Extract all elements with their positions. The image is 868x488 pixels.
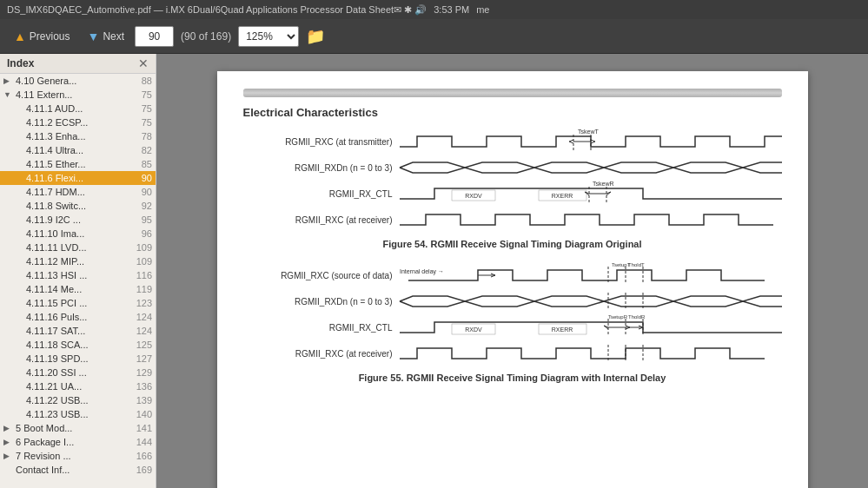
sidebar-item-s24[interactable]: 4.11.22 USB...139 <box>0 393 156 407</box>
sidebar-page-s12: 96 <box>128 228 152 239</box>
signal-wave-5: Internal delay → TsetupT TholdT <box>400 265 782 286</box>
figure-55-diagram: RGMII_RXC (source of data) Internal dela… <box>243 263 782 366</box>
sidebar-page-s17: 123 <box>128 298 152 308</box>
next-icon: ▼ <box>88 30 100 43</box>
sidebar-items: ▶4.10 Genera...88▼4.11 Extern...754.11.1… <box>0 74 156 488</box>
sidebar-item-s27[interactable]: ▶6 Package I...144 <box>0 435 156 449</box>
sidebar-label-s28: 7 Revision ... <box>16 451 128 461</box>
sidebar-label-s25: 4.11.23 USB... <box>26 409 128 419</box>
pdf-page: Electrical Characteristics RGMII_RXC (at… <box>217 71 808 488</box>
sidebar-item-s2[interactable]: ▼4.11 Extern...75 <box>0 88 156 102</box>
svg-text:TholdT: TholdT <box>628 262 645 267</box>
svg-text:TskewR: TskewR <box>593 181 614 187</box>
page-input[interactable] <box>135 26 174 47</box>
sidebar-label-s20: 4.11.18 SCA... <box>26 340 128 350</box>
sidebar-item-s12[interactable]: 4.11.10 Ima...96 <box>0 227 156 241</box>
sidebar-item-s10[interactable]: 4.11.8 Switc...92 <box>0 199 156 213</box>
sidebar-page-s14: 109 <box>128 256 152 267</box>
signal-label-7: RGMII_RX_CTL <box>243 323 400 333</box>
sidebar-page-s23: 136 <box>128 381 152 392</box>
sidebar-item-s9[interactable]: 4.11.7 HDM...90 <box>0 185 156 199</box>
sidebar-label-s23: 4.11.21 UA... <box>26 381 128 392</box>
previous-button[interactable]: ▲ Previous <box>7 26 77 47</box>
sidebar-item-s23[interactable]: 4.11.21 UA...136 <box>0 379 156 393</box>
sidebar-item-s20[interactable]: 4.11.18 SCA...125 <box>0 338 156 352</box>
sidebar-page-s8: 90 <box>128 173 152 183</box>
sidebar-item-s14[interactable]: 4.11.12 MIP...109 <box>0 254 156 268</box>
sidebar-page-s28: 166 <box>128 451 152 461</box>
sidebar-label-s22: 4.11.20 SSI ... <box>26 367 128 378</box>
sidebar-item-s16[interactable]: 4.11.14 Me...119 <box>0 282 156 296</box>
sidebar-page-s22: 129 <box>128 367 152 378</box>
titlebar-system-icons: ✉ ✱ 🔊 <box>394 4 427 16</box>
sidebar-arrow-s28: ▶ <box>3 452 14 460</box>
sidebar-item-s13[interactable]: 4.11.11 LVD...109 <box>0 241 156 254</box>
titlebar-user: me <box>476 4 489 15</box>
svg-text:Internal delay →: Internal delay → <box>400 268 444 275</box>
sidebar-page-s27: 144 <box>128 437 152 447</box>
signal-wave-6 <box>400 291 782 312</box>
sidebar-item-s3[interactable]: 4.11.1 AUD...75 <box>0 102 156 115</box>
sidebar-item-s18[interactable]: 4.11.16 Puls...124 <box>0 310 156 324</box>
sidebar-label-s2: 4.11 Extern... <box>16 89 128 100</box>
sidebar-page-s10: 92 <box>128 201 152 211</box>
sidebar-item-s8[interactable]: 4.11.6 Flexi...90 <box>0 171 156 185</box>
sidebar-item-s22[interactable]: 4.11.20 SSI ...129 <box>0 366 156 379</box>
sidebar-arrow-s27: ▶ <box>3 438 14 446</box>
folder-icon[interactable]: 📁 <box>306 27 325 46</box>
sidebar-item-s6[interactable]: 4.11.4 Ultra...82 <box>0 143 156 157</box>
figure-54-caption: Figure 54. RGMII Receive Signal Timing D… <box>243 239 782 249</box>
previous-label: Previous <box>30 30 70 43</box>
sidebar-label-s15: 4.11.13 HSI ... <box>26 270 128 280</box>
sidebar-item-s28[interactable]: ▶7 Revision ...166 <box>0 449 156 463</box>
sidebar-item-s21[interactable]: 4.11.19 SPD...127 <box>0 352 156 366</box>
sidebar-item-s15[interactable]: 4.11.13 HSI ...116 <box>0 268 156 282</box>
signal-label-1: RGMII_RXC (at transmitter) <box>243 137 400 147</box>
pdf-area[interactable]: Electrical Characteristics RGMII_RXC (at… <box>156 54 868 488</box>
sidebar: Index ✕ ▶4.10 Genera...88▼4.11 Extern...… <box>0 54 156 488</box>
sidebar-page-s16: 119 <box>128 284 152 294</box>
signal-wave-1: TskewT <box>400 131 782 152</box>
sidebar-page-s4: 75 <box>128 117 152 128</box>
signal-wave-8 <box>400 343 782 364</box>
sidebar-item-s17[interactable]: 4.11.15 PCI ...123 <box>0 296 156 310</box>
sidebar-item-s7[interactable]: 4.11.5 Ether...85 <box>0 157 156 171</box>
signal-label-6: RGMII_RXDn (n = 0 to 3) <box>243 297 400 307</box>
sidebar-label-s5: 4.11.3 Enha... <box>26 131 128 142</box>
sidebar-page-s3: 75 <box>128 103 152 114</box>
sidebar-page-s1: 88 <box>128 76 152 86</box>
sidebar-page-s21: 127 <box>128 353 152 364</box>
sidebar-item-s25[interactable]: 4.11.23 USB...140 <box>0 407 156 421</box>
signal-label-4: RGMII_RXC (at receiver) <box>243 215 400 225</box>
sidebar-item-s29[interactable]: Contact Inf...169 <box>0 463 156 477</box>
sidebar-item-s11[interactable]: 4.11.9 I2C ...95 <box>0 213 156 227</box>
next-button[interactable]: ▼ Next <box>81 26 132 47</box>
sidebar-item-s5[interactable]: 4.11.3 Enha...78 <box>0 129 156 143</box>
header-bar <box>243 89 782 97</box>
signal-row-8: RGMII_RXC (at receiver) <box>243 341 782 366</box>
svg-text:TsetupR: TsetupR <box>608 314 628 320</box>
signal-wave-7: RXDV RXERR TsetupR TholdR <box>400 317 782 338</box>
sidebar-page-s5: 78 <box>128 131 152 142</box>
sidebar-item-s4[interactable]: 4.11.2 ECSP...75 <box>0 115 156 129</box>
zoom-select[interactable]: 125% 100% 150% 75% <box>238 26 299 47</box>
sidebar-title: Index <box>7 57 34 69</box>
sidebar-item-s19[interactable]: 4.11.17 SAT...124 <box>0 324 156 338</box>
sidebar-close-button[interactable]: ✕ <box>138 57 149 69</box>
sidebar-label-s4: 4.11.2 ECSP... <box>26 117 128 128</box>
figure-54-diagram: RGMII_RXC (at transmitter) TskewT <box>243 129 782 232</box>
titlebar-time: 3:53 PM <box>434 4 469 15</box>
sidebar-page-s15: 116 <box>128 270 152 280</box>
signal-row-4: RGMII_RXC (at receiver) <box>243 208 782 232</box>
signal-row-7: RGMII_RX_CTL RXDV RXERR Tsetu <box>243 315 782 340</box>
sidebar-label-s21: 4.11.19 SPD... <box>26 353 128 364</box>
sidebar-page-s18: 124 <box>128 312 152 322</box>
signal-label-2: RGMII_RXDn (n = 0 to 3) <box>243 163 400 173</box>
sidebar-item-s1[interactable]: ▶4.10 Genera...88 <box>0 74 156 88</box>
sidebar-item-s26[interactable]: ▶5 Boot Mod...141 <box>0 421 156 435</box>
sidebar-page-s9: 90 <box>128 187 152 197</box>
sidebar-label-s27: 6 Package I... <box>16 437 128 447</box>
sidebar-page-s20: 125 <box>128 340 152 350</box>
sidebar-label-s19: 4.11.17 SAT... <box>26 326 128 336</box>
svg-text:RXERR: RXERR <box>551 193 573 199</box>
